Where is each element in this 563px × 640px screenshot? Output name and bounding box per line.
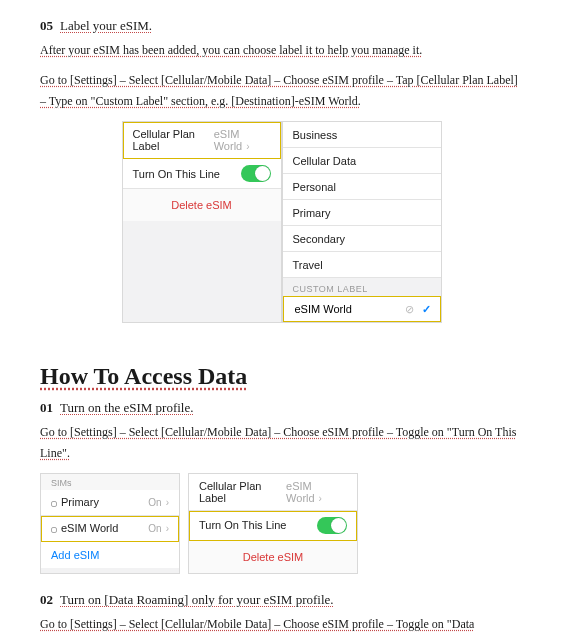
- cell-plan-value: eSIM World: [214, 128, 243, 152]
- step-05-title: Label your eSIM.: [60, 18, 152, 33]
- label-option[interactable]: Personal: [283, 174, 441, 200]
- how-to-access-heading: How To Access Data: [40, 363, 247, 390]
- custom-label-input[interactable]: [293, 302, 373, 316]
- step-05-line1: After your eSIM has been added, you can …: [40, 40, 523, 60]
- label-option[interactable]: Primary: [283, 200, 441, 226]
- chevron-right-icon: ›: [166, 523, 169, 534]
- step-05-line2: Go to [Settings] – Select [Cellular/Mobi…: [40, 70, 523, 111]
- step-05-heading: 05 Label your eSIM.: [40, 18, 523, 34]
- label-option[interactable]: Secondary: [283, 226, 441, 252]
- chevron-right-icon: ›: [166, 497, 169, 508]
- step-05-num: 05: [40, 18, 53, 33]
- fig05-left-panel: Cellular Plan Label eSIM World› Turn On …: [122, 121, 282, 323]
- chevron-right-icon: ›: [319, 493, 322, 504]
- add-esim-row[interactable]: Add eSIM: [41, 542, 179, 568]
- delete-esim-button[interactable]: Delete eSIM: [123, 189, 281, 221]
- step-02-heading: 02 Turn on [Data Roaming] only for your …: [40, 592, 523, 608]
- custom-label-row[interactable]: ⊘✓: [283, 296, 441, 322]
- sim-primary-row[interactable]: Primary On›: [41, 490, 179, 516]
- step-02-num: 02: [40, 592, 53, 607]
- label-option[interactable]: Business: [283, 122, 441, 148]
- custom-label-head: CUSTOM LABEL: [283, 278, 441, 296]
- add-esim-link: Add eSIM: [51, 549, 99, 561]
- turn-on-label: Turn On This Line: [133, 168, 220, 180]
- label-option[interactable]: Cellular Data: [283, 148, 441, 174]
- clear-icon[interactable]: ⊘: [405, 303, 414, 315]
- step-01-title: Turn on the eSIM profile.: [60, 400, 194, 415]
- label-option[interactable]: Travel: [283, 252, 441, 278]
- toggle-on-icon[interactable]: [241, 165, 271, 182]
- sim-esim-row[interactable]: eSIM World On›: [41, 516, 179, 542]
- fig01-right: Cellular Plan Label eSIM World› Turn On …: [188, 473, 358, 574]
- turn-on-row[interactable]: Turn On This Line: [123, 159, 281, 189]
- figure-05: Cellular Plan Label eSIM World› Turn On …: [40, 121, 523, 323]
- figure-01: SIMs Primary On› eSIM World On› Add eSIM…: [40, 473, 523, 574]
- step-01-line: Go to [Settings] – Select [Cellular/Mobi…: [40, 422, 523, 463]
- sim-dot-icon: [51, 501, 57, 507]
- cellular-plan-label-row[interactable]: Cellular Plan Label eSIM World›: [123, 122, 281, 159]
- toggle-on-icon[interactable]: [317, 517, 347, 534]
- step-01-heading: 01 Turn on the eSIM profile.: [40, 400, 523, 416]
- step-02-title: Turn on [Data Roaming] only for your eSI…: [60, 592, 334, 607]
- sims-head: SIMs: [41, 474, 179, 490]
- check-icon: ✓: [422, 303, 431, 315]
- step-02-line: Go to [Settings] – Select [Cellular/Mobi…: [40, 614, 523, 640]
- chevron-right-icon: ›: [246, 141, 249, 152]
- sim-dot-icon: [51, 527, 57, 533]
- delete-esim-label: Delete eSIM: [171, 199, 232, 211]
- fig01-left: SIMs Primary On› eSIM World On› Add eSIM: [40, 473, 180, 574]
- cell-plan-row[interactable]: Cellular Plan Label eSIM World›: [189, 474, 357, 511]
- turn-on-row[interactable]: Turn On This Line: [189, 511, 357, 541]
- fig05-right-panel: Business Cellular Data Personal Primary …: [282, 121, 442, 323]
- delete-esim-button[interactable]: Delete eSIM: [189, 541, 357, 573]
- step-01-num: 01: [40, 400, 53, 415]
- cell-plan-label: Cellular Plan Label: [133, 128, 214, 152]
